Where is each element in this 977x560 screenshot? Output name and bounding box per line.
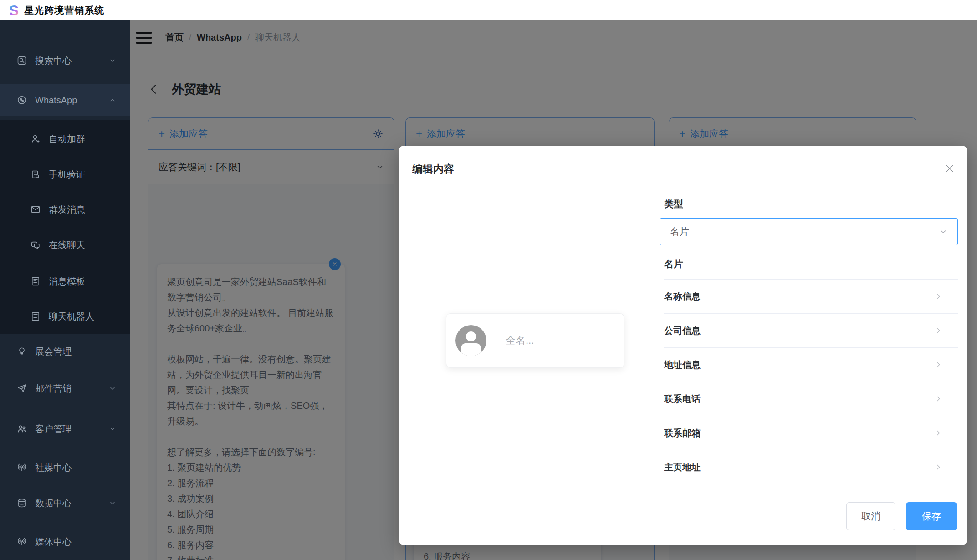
sidebar-item-label: 搜索中心	[35, 55, 101, 67]
edit-content-dialog: 编辑内容 全名... 类型 名片 名片 名称信息公司信息地址信息联系电话联系邮箱…	[399, 146, 967, 545]
chevron-up-icon	[109, 97, 116, 104]
sidebar-item-media-center[interactable]: 媒体中心	[0, 526, 130, 558]
card-field-list: 名称信息公司信息地址信息联系电话联系邮箱主页地址	[664, 279, 958, 484]
app-window: S 星光跨境营销系统 搜索中心WhatsApp自动加群手机验证群发消息在线聊天消…	[0, 0, 977, 560]
type-field-label: 类型	[664, 198, 683, 210]
card-field-label: 联系电话	[664, 393, 701, 405]
chevron-right-icon	[934, 326, 942, 335]
sidebar-item-label: 自动加群	[49, 133, 130, 145]
sidebar-item-whatsapp[interactable]: WhatsApp	[0, 84, 130, 116]
card-field-row-name-info[interactable]: 名称信息	[664, 280, 958, 314]
person-add-icon	[30, 133, 41, 144]
app-logo-icon: S	[9, 3, 19, 18]
sidebar-subitem-chat-robot[interactable]: 聊天机器人	[0, 304, 130, 329]
business-card-preview: 全名...	[446, 313, 624, 368]
sidebar-item-data-center[interactable]: 数据中心	[0, 487, 130, 519]
dialog-title: 编辑内容	[412, 162, 454, 176]
close-icon[interactable]	[944, 163, 955, 174]
search-icon	[16, 55, 27, 66]
sidebar-item-label: 邮件营销	[35, 382, 101, 395]
sidebar-item-email-marketing[interactable]: 邮件营销	[0, 372, 130, 404]
chevron-right-icon	[934, 292, 942, 300]
full-name-placeholder: 全名...	[506, 334, 534, 347]
card-field-label: 地址信息	[664, 359, 701, 371]
template-icon	[30, 311, 41, 322]
cancel-button[interactable]: 取消	[846, 502, 895, 530]
sidebar-item-customer-management[interactable]: 客户管理	[0, 413, 130, 445]
card-field-label: 名称信息	[664, 290, 701, 303]
sidebar-subitem-online-chat[interactable]: 在线聊天	[0, 232, 130, 258]
mail-icon	[30, 204, 41, 215]
sidebar-subitem-message-template[interactable]: 消息模板	[0, 269, 130, 294]
app-title: 星光跨境营销系统	[24, 4, 104, 17]
sidebar-item-label: 群发消息	[49, 204, 130, 216]
chevron-right-icon	[934, 463, 942, 471]
sidebar-item-social-media-center[interactable]: 社媒中心	[0, 452, 130, 484]
sidebar-item-label: 消息模板	[49, 275, 130, 288]
sidebar-subitem-phone-verify[interactable]: 手机验证	[0, 162, 130, 187]
top-bar: S 星光跨境营销系统	[0, 0, 977, 20]
chat-icon	[30, 239, 41, 250]
chevron-down-icon	[109, 499, 116, 507]
sidebar-item-label: 数据中心	[35, 497, 101, 509]
type-select[interactable]: 名片	[660, 218, 958, 245]
send-icon	[16, 383, 27, 394]
sidebar-item-label: 聊天机器人	[49, 311, 130, 323]
card-field-label: 主页地址	[664, 461, 701, 473]
save-button[interactable]: 保存	[906, 502, 957, 530]
card-field-row-company-info[interactable]: 公司信息	[664, 314, 958, 348]
card-field-row-address-info[interactable]: 地址信息	[664, 348, 958, 382]
database-icon	[16, 498, 27, 509]
sidebar-nav: 搜索中心WhatsApp自动加群手机验证群发消息在线聊天消息模板聊天机器人展会管…	[0, 20, 130, 560]
chevron-right-icon	[934, 429, 942, 437]
template-icon	[30, 276, 41, 287]
sidebar-subitem-bulk-message[interactable]: 群发消息	[0, 197, 130, 222]
chevron-down-icon	[109, 425, 116, 433]
chevron-down-icon	[939, 228, 947, 236]
broadcast-icon	[16, 462, 27, 473]
card-field-label: 联系邮箱	[664, 427, 701, 439]
sidebar-item-label: 媒体中心	[35, 536, 130, 548]
sidebar-item-exhibition-management[interactable]: 展会管理	[0, 336, 130, 367]
card-field-row-homepage-url[interactable]: 主页地址	[664, 450, 958, 484]
bulb-icon	[16, 346, 27, 357]
chevron-down-icon	[109, 385, 116, 392]
sidebar-item-search-center[interactable]: 搜索中心	[0, 45, 130, 76]
sidebar-item-label: 展会管理	[35, 346, 130, 358]
sidebar-item-label: 社媒中心	[35, 462, 130, 474]
type-select-value: 名片	[670, 225, 689, 238]
sidebar-item-label: 客户管理	[35, 423, 101, 435]
card-field-label: 公司信息	[664, 325, 701, 337]
card-field-row-contact-email[interactable]: 联系邮箱	[664, 416, 958, 450]
sidebar-item-label: 在线聊天	[49, 239, 130, 251]
sidebar-subitem-auto-join-group[interactable]: 自动加群	[0, 126, 130, 152]
whatsapp-icon	[16, 95, 27, 106]
card-section-title: 名片	[664, 258, 683, 270]
card-field-row-contact-phone[interactable]: 联系电话	[664, 382, 958, 416]
doc-search-icon	[30, 169, 41, 180]
chevron-down-icon	[109, 57, 116, 64]
users-icon	[16, 423, 27, 434]
sidebar-item-label: 手机验证	[49, 168, 130, 181]
sidebar-item-label: WhatsApp	[35, 95, 101, 106]
broadcast-icon	[16, 536, 27, 547]
chevron-right-icon	[934, 361, 942, 369]
sidebar-submenu-background	[0, 120, 130, 334]
chevron-right-icon	[934, 395, 942, 403]
avatar	[455, 325, 486, 356]
